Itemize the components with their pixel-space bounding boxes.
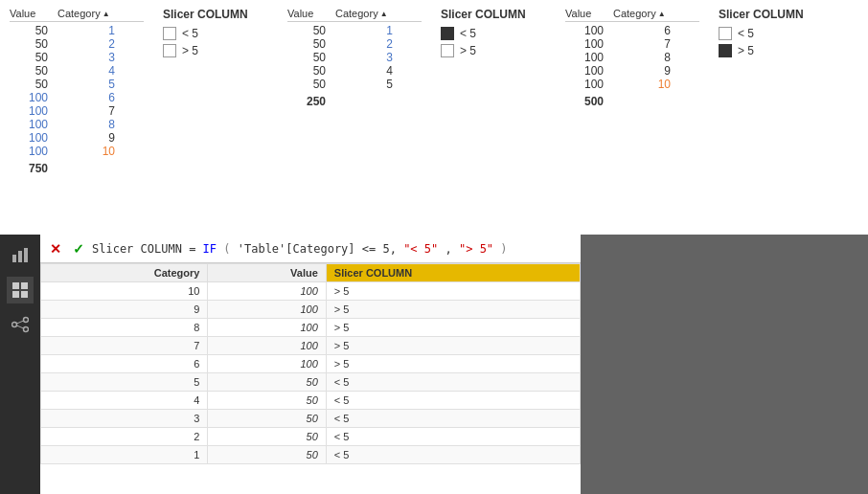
editor-table-row: 9100> 5 (41, 301, 581, 319)
grid-icon[interactable] (7, 277, 34, 303)
editor-cell-slicer: < 5 (326, 428, 580, 446)
table-editor[interactable]: Category Value Slicer COLUMN 10100> 5910… (40, 263, 581, 494)
table-row: 100 10 (565, 78, 699, 91)
editor-table-row: 250< 5 (41, 428, 581, 446)
slicer-item[interactable]: < 5 (163, 27, 259, 40)
editor-cell-category: 2 (41, 428, 208, 446)
editor-cell-value: 100 (208, 319, 326, 337)
slicer-checkbox[interactable] (441, 44, 454, 57)
cell-value: 100 (10, 145, 57, 158)
table2-panel: Value Category ▲ 50 1 50 2 50 3 50 4 50 … (287, 8, 422, 227)
cell-category: 4 (57, 64, 115, 78)
slicer-title-3: Slicer COLUMN (719, 8, 814, 21)
table3-panel: Value Category ▲ 100 6 100 7 100 8 100 9… (565, 8, 699, 227)
editor-cell-category: 8 (41, 319, 208, 337)
cell-category: 2 (57, 37, 115, 51)
cancel-button[interactable]: ✕ (46, 239, 65, 258)
svg-point-8 (24, 318, 29, 323)
slicer-label: < 5 (460, 27, 476, 40)
category-header: Category ▲ (335, 8, 393, 19)
slicer-item[interactable]: > 5 (441, 44, 537, 57)
editor-cell-slicer: < 5 (326, 410, 580, 428)
sort-icon: ▲ (103, 10, 110, 18)
editor-cell-value: 50 (208, 446, 326, 464)
cell-value: 50 (10, 64, 57, 78)
formula-column-name: Slicer COLUMN = (92, 242, 203, 256)
svg-rect-6 (21, 291, 28, 298)
category-header: Category ▲ (613, 8, 671, 19)
editor-cell-category: 10 (41, 282, 208, 301)
main-table-header: Value Category ▲ (10, 8, 144, 22)
slicer-checkbox[interactable] (163, 44, 176, 57)
slicer-checkbox[interactable] (441, 27, 454, 40)
slicer-item[interactable]: < 5 (441, 27, 537, 40)
cell-value: 50 (10, 24, 57, 37)
formula-if-keyword: IF (203, 242, 217, 256)
svg-rect-5 (12, 291, 19, 298)
cell-value: 100 (565, 51, 613, 64)
formula-table-ref: 'Table'[Category] <= 5, (238, 242, 403, 256)
svg-rect-1 (18, 251, 22, 262)
editor-cell-category: 7 (41, 337, 208, 355)
table-row: 100 9 (565, 64, 699, 78)
table-row: 100 9 (10, 131, 144, 145)
editor-table-row: 6100> 5 (41, 355, 581, 373)
sort-icon: ▲ (658, 10, 666, 18)
svg-line-11 (17, 326, 24, 328)
editor-table-row: 550< 5 (41, 373, 581, 392)
editor-cell-value: 100 (208, 337, 326, 355)
cell-value: 50 (287, 24, 335, 37)
slicer-checkbox[interactable] (719, 27, 732, 40)
slicer-checkbox[interactable] (163, 27, 176, 40)
confirm-button[interactable]: ✓ (69, 239, 88, 258)
editor-cell-value: 100 (208, 282, 326, 301)
slicer-checkbox[interactable] (719, 44, 732, 57)
table-row: 100 8 (10, 118, 144, 131)
editor-cell-slicer: < 5 (326, 373, 580, 392)
editor-cell-value: 100 (208, 355, 326, 373)
cell-category: 8 (613, 51, 671, 64)
main-category-header: Category ▲ (57, 8, 115, 19)
editor-cell-category: 5 (41, 373, 208, 392)
slicer-label: > 5 (738, 44, 754, 57)
editor-cell-category: 6 (41, 355, 208, 373)
svg-line-10 (17, 321, 24, 324)
table-row: 100 6 (565, 24, 699, 37)
cell-category: 3 (335, 51, 393, 64)
table3-total: 500 (565, 93, 699, 108)
cell-value: 100 (10, 104, 57, 118)
table-row: 100 10 (10, 145, 144, 158)
table3-header: Value Category ▲ (565, 8, 699, 22)
cell-category: 7 (57, 104, 115, 118)
bar-chart-icon[interactable] (7, 242, 34, 269)
table-row: 50 1 (10, 24, 144, 37)
svg-point-9 (24, 327, 29, 332)
cell-category: 5 (57, 78, 115, 91)
cell-category: 10 (57, 145, 115, 158)
slicer-label: > 5 (182, 44, 198, 57)
slicer-item[interactable]: > 5 (719, 44, 814, 57)
slicer-label: < 5 (738, 27, 754, 40)
slicer-item[interactable]: > 5 (163, 44, 259, 57)
formula-text[interactable]: Slicer COLUMN = IF ( 'Table'[Category] <… (92, 242, 575, 256)
cell-category: 1 (335, 24, 393, 37)
slicer-title-2: Slicer COLUMN (441, 8, 537, 21)
cell-category: 9 (57, 131, 115, 145)
cell-value: 50 (10, 78, 57, 91)
table-row: 100 7 (565, 37, 699, 51)
cell-category: 3 (57, 51, 115, 64)
sidebar (0, 235, 40, 494)
cell-value: 100 (10, 131, 57, 145)
cell-value: 100 (10, 118, 57, 131)
slicer-label: > 5 (460, 44, 476, 57)
table-row: 50 3 (10, 51, 144, 64)
slicer-item[interactable]: < 5 (719, 27, 814, 40)
table2-total: 250 (287, 93, 422, 108)
table-row: 100 8 (565, 51, 699, 64)
relationship-icon[interactable] (7, 311, 34, 338)
formula-string1: "< 5" (403, 242, 438, 256)
table-row: 50 2 (287, 37, 422, 51)
cell-category: 5 (335, 78, 393, 91)
table-row: 50 2 (10, 37, 144, 51)
total-value: 250 (287, 95, 335, 108)
